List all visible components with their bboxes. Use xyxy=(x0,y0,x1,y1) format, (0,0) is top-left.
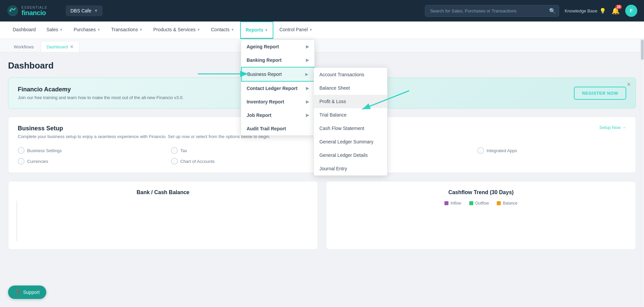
search-icon[interactable]: 🔍 xyxy=(549,8,556,14)
avatar[interactable]: F xyxy=(625,5,637,17)
submenu-item-general-ledger-summary[interactable]: General Ledger Summary xyxy=(314,135,387,148)
academy-title: Financio Academy xyxy=(18,86,183,93)
nav-item-contacts[interactable]: Contacts ▼ xyxy=(206,21,239,39)
academy-card-text: Financio Academy Join our free training … xyxy=(18,86,183,100)
bank-cash-axis xyxy=(16,201,310,241)
nav-item-sales[interactable]: Sales ▼ xyxy=(42,21,68,39)
academy-description: Join our free training and learn how to … xyxy=(18,95,183,100)
setup-item-tax: ○ Tax xyxy=(171,147,320,154)
knowledge-base-button[interactable]: Knowledge Base 💡 xyxy=(565,8,606,14)
reports-dropdown: Ageing Report ▶ Banking Report ▶ Busines… xyxy=(241,40,315,136)
bank-cash-balance-chart: Bank / Cash Balance xyxy=(8,181,318,250)
dropdown-item-audit-trail-report[interactable]: Audit Trail Report xyxy=(241,122,314,135)
chevron-right-icon: ▶ xyxy=(306,44,309,49)
nav-item-purchases[interactable]: Purchases ▼ xyxy=(69,21,105,39)
chevron-down-icon: ▼ xyxy=(97,28,101,32)
app-name: financio xyxy=(21,9,47,16)
chevron-down-icon: ▼ xyxy=(94,8,98,13)
dropdown-item-contact-ledger-report[interactable]: Contact Ledger Report ▶ xyxy=(241,82,314,95)
tabs-bar: Workflows Dashboard ✕ xyxy=(0,39,644,52)
submenu-item-cash-flow-statement[interactable]: Cash Flow Statement xyxy=(314,122,387,135)
knowledge-base-label: Knowledge Base xyxy=(565,8,597,13)
chevron-down-icon: ▼ xyxy=(309,28,313,32)
nav-item-dashboard[interactable]: Dashboard xyxy=(8,21,41,39)
register-now-button[interactable]: REGISTER NOW xyxy=(574,87,626,100)
chevron-right-icon: ▶ xyxy=(306,99,309,104)
bank-cash-title: Bank / Cash Balance xyxy=(16,189,310,195)
submenu-item-trial-balance[interactable]: Trial Balance xyxy=(314,108,387,122)
main-navigation: Dashboard Sales ▼ Purchases ▼ Transactio… xyxy=(0,21,644,39)
balance-dot xyxy=(497,201,501,205)
logo-area: ESSENTIALS financio xyxy=(7,5,60,17)
nav-item-transactions[interactable]: Transactions ▼ xyxy=(107,21,148,39)
svg-point-0 xyxy=(7,5,18,16)
essentials-label: ESSENTIALS xyxy=(21,6,47,9)
cashflow-title: Cashflow Trend (30 Days) xyxy=(334,189,628,195)
svg-point-1 xyxy=(9,10,11,11)
submenu-item-profit-and-loss[interactable]: Profit & Loss xyxy=(314,95,387,108)
inflow-dot xyxy=(444,201,448,205)
legend-item-outflow: Outflow xyxy=(469,201,489,206)
logo-text: ESSENTIALS financio xyxy=(21,6,47,16)
cashflow-legend: Inflow Outflow Balance xyxy=(334,201,628,206)
support-button[interactable]: ❓ Support xyxy=(8,286,46,299)
notifications-button[interactable]: 🔔 28 xyxy=(611,7,620,15)
dropdown-item-ageing-report[interactable]: Ageing Report ▶ xyxy=(241,40,314,53)
submenu-item-balance-sheet[interactable]: Balance Sheet xyxy=(314,81,387,95)
dropdown-item-business-report[interactable]: Business Report ▶ Account Transactions B… xyxy=(241,67,314,82)
close-icon[interactable]: ✕ xyxy=(70,44,74,49)
submenu-item-journal-entry[interactable]: Journal Entry xyxy=(314,162,387,175)
tab-dashboard[interactable]: Dashboard ✕ xyxy=(41,41,80,52)
setup-title-area: Business Setup Complete your business se… xyxy=(18,125,270,145)
chevron-down-icon: ▼ xyxy=(139,28,143,32)
check-icon: ○ xyxy=(477,147,484,154)
outflow-dot xyxy=(469,201,473,205)
top-nav-right: Knowledge Base 💡 🔔 28 F xyxy=(565,5,637,17)
question-circle-icon: ❓ xyxy=(15,290,20,295)
chevron-right-icon: ▶ xyxy=(305,72,308,77)
check-icon: ○ xyxy=(171,147,178,154)
setup-now-link[interactable]: Setup Now → xyxy=(599,125,626,130)
check-icon: ○ xyxy=(18,158,24,165)
setup-item-chart-of-accounts: ○ Chart of Accounts xyxy=(171,158,320,165)
check-icon: ○ xyxy=(18,147,24,154)
chevron-down-icon: ▼ xyxy=(60,28,63,32)
check-icon: ○ xyxy=(171,158,178,165)
tab-workflows[interactable]: Workflows xyxy=(8,41,40,52)
setup-item-integrated-apps: ○ Integrated Apps xyxy=(477,147,627,154)
financio-logo-icon xyxy=(7,5,19,17)
dropdown-item-inventory-report[interactable]: Inventory Report ▶ xyxy=(241,95,314,108)
company-selector[interactable]: DBS Cafe ▼ xyxy=(66,5,103,16)
legend-item-inflow: Inflow xyxy=(444,201,461,206)
chevron-right-icon: ▶ xyxy=(306,113,309,118)
search-input[interactable] xyxy=(425,5,559,17)
scroll-thumb[interactable] xyxy=(641,40,644,60)
dropdown-item-banking-report[interactable]: Banking Report ▶ xyxy=(241,53,314,67)
setup-description: Complete your business setup to enjoy a … xyxy=(18,134,270,139)
nav-item-reports[interactable]: Reports ▼ Ageing Report ▶ Banking Report… xyxy=(240,21,273,39)
scrollbar[interactable] xyxy=(640,39,644,302)
chevron-right-icon: ▶ xyxy=(306,86,309,91)
setup-item-currencies: ○ Currencies xyxy=(18,158,167,165)
charts-row: Bank / Cash Balance Cashflow Trend (30 D… xyxy=(8,181,636,250)
cashflow-trend-chart: Cashflow Trend (30 Days) Inflow Outflow … xyxy=(326,181,636,250)
chevron-down-icon: ▼ xyxy=(197,28,200,32)
nav-item-products-services[interactable]: Products & Services ▼ xyxy=(149,21,205,39)
setup-item-business-settings: ○ Business Settings xyxy=(18,147,167,154)
notification-badge: 28 xyxy=(615,5,622,9)
chevron-down-icon: ▼ xyxy=(265,28,268,32)
legend-item-balance: Balance xyxy=(497,201,517,206)
business-report-submenu: Account Transactions Balance Sheet Profi… xyxy=(314,68,387,176)
submenu-item-account-transactions[interactable]: Account Transactions xyxy=(314,68,387,81)
nav-item-control-panel[interactable]: Control Panel ▼ xyxy=(275,21,317,39)
top-navigation: ESSENTIALS financio DBS Cafe ▼ 🔍 Knowled… xyxy=(0,0,644,21)
dropdown-item-job-report[interactable]: Job Report ▶ xyxy=(241,108,314,122)
submenu-item-general-ledger-details[interactable]: General Ledger Details xyxy=(314,148,387,162)
close-icon[interactable]: ✕ xyxy=(627,81,631,88)
setup-title: Business Setup xyxy=(18,125,270,132)
chevron-right-icon: ▶ xyxy=(306,58,309,62)
company-name: DBS Cafe xyxy=(70,8,91,13)
chevron-down-icon: ▼ xyxy=(231,28,234,32)
search-bar: 🔍 xyxy=(425,5,559,17)
bulb-icon: 💡 xyxy=(599,8,606,14)
